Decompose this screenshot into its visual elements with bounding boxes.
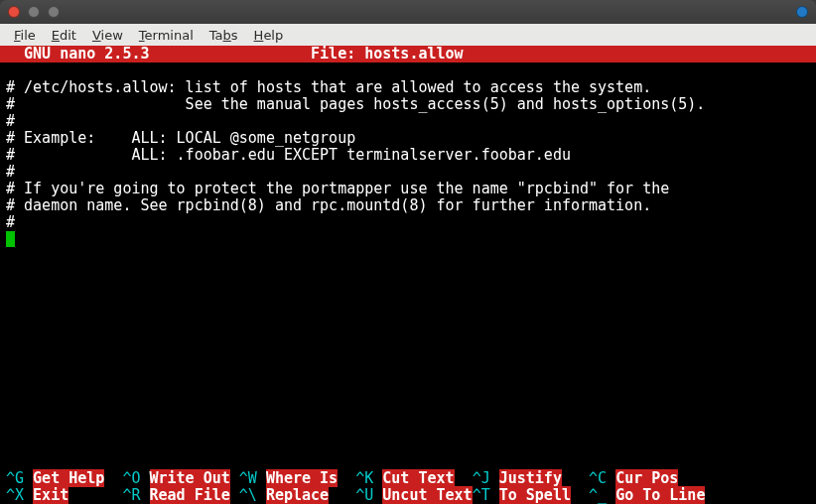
shortcut-label: To Spell xyxy=(499,486,571,504)
maximize-icon[interactable] xyxy=(48,6,60,18)
shortcut-label: Read File xyxy=(150,486,230,504)
shortcut-label: Get Help xyxy=(33,469,104,487)
file-line: # xyxy=(6,163,15,181)
window-indicator-icon xyxy=(796,6,808,18)
shortcut-label: Exit xyxy=(33,486,68,504)
close-icon[interactable] xyxy=(8,6,20,18)
file-line: # daemon name. See rpcbind(8) and rpc.mo… xyxy=(6,196,651,214)
shortcut-key: ^R xyxy=(122,486,140,504)
shortcut-key: ^K xyxy=(355,469,373,487)
menu-file[interactable]: File xyxy=(6,26,44,45)
shortcut-label: Uncut Text xyxy=(382,486,472,504)
file-line: # /etc/hosts.allow: list of hosts that a… xyxy=(6,78,651,96)
shortcut-label: Go To Line xyxy=(615,486,705,504)
menu-terminal[interactable]: Terminal xyxy=(131,26,202,45)
shortcut-key: ^C xyxy=(589,469,607,487)
shortcut-label: Cut Text xyxy=(382,469,454,487)
shortcut-key: ^\ xyxy=(239,486,257,504)
file-line: # ALL: .foobar.edu EXCEPT terminalserver… xyxy=(6,146,571,164)
window-buttons xyxy=(8,6,60,18)
shortcut-key: ^G xyxy=(6,469,24,487)
shortcut-label: Replace xyxy=(266,486,329,504)
shortcut-key: ^T xyxy=(473,486,490,504)
file-line: # If you're going to protect the portmap… xyxy=(6,180,669,197)
file-body: # /etc/hosts.allow: list of hosts that a… xyxy=(0,63,816,231)
minimize-icon[interactable] xyxy=(28,6,40,18)
terminal[interactable]: GNU nano 2.5.3 File: hosts.allow # /etc/… xyxy=(0,46,816,504)
nano-app-name: GNU nano 2.5.3 xyxy=(6,45,150,63)
shortcut-key: ^J xyxy=(473,469,490,487)
menu-edit[interactable]: Edit xyxy=(44,26,84,45)
shortcut-key: ^W xyxy=(239,469,257,487)
file-line: # Example: ALL: LOCAL @some_netgroup xyxy=(6,129,355,147)
shortcut-key: ^X xyxy=(6,486,24,504)
shortcut-label: Where Is xyxy=(266,469,338,487)
shortcut-label: Write Out xyxy=(150,469,230,487)
shortcut-label: Cur Pos xyxy=(615,469,678,487)
nano-file-label: File: hosts.allow xyxy=(311,45,464,63)
shortcut-label: Justify xyxy=(499,469,562,487)
shortcut-key: ^U xyxy=(355,486,373,504)
file-line: # xyxy=(6,213,15,231)
shortcut-key: ^_ xyxy=(589,486,607,504)
menu-view[interactable]: View xyxy=(84,26,131,45)
file-line: # xyxy=(6,112,15,130)
nano-shortcuts: ^G Get Help ^O Write Out ^W Where Is ^K … xyxy=(0,453,816,504)
shortcut-key: ^O xyxy=(122,469,140,487)
cursor-icon xyxy=(6,231,15,247)
menu-help[interactable]: Help xyxy=(246,26,292,45)
nano-header: GNU nano 2.5.3 File: hosts.allow xyxy=(0,46,816,63)
file-line: # See the manual pages hosts_access(5) a… xyxy=(6,95,705,113)
menu-tabs[interactable]: Tabs xyxy=(202,26,246,45)
menubar: File Edit View Terminal Tabs Help xyxy=(0,24,816,46)
window-titlebar xyxy=(0,0,816,24)
